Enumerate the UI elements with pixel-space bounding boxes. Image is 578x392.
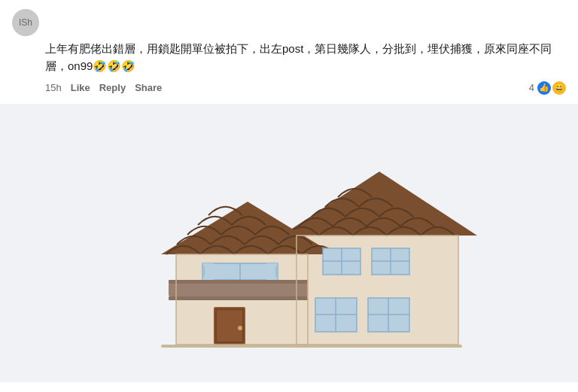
image-container — [0, 104, 578, 382]
svg-point-29 — [238, 326, 242, 330]
avatar: ISh — [12, 9, 39, 36]
svg-rect-27 — [214, 307, 245, 345]
like-button[interactable]: Like — [68, 81, 93, 95]
post-header: ISh — [12, 9, 566, 36]
svg-rect-3 — [169, 283, 308, 296]
house-illustration — [101, 119, 477, 367]
post-time: 15h — [45, 82, 62, 93]
reactions: 4 👍 😄 — [529, 81, 566, 95]
reaction-count: 4 — [529, 82, 534, 93]
share-button[interactable]: Share — [132, 81, 165, 95]
post-actions: 15h Like Reply Share 4 👍 😄 — [45, 81, 566, 95]
post-container: ISh 上年有肥佬出錯層，用鎖匙開單位被拍下，出左post，第日幾隊人，分批到，… — [0, 0, 578, 95]
haha-reaction-icon: 😄 — [552, 81, 566, 95]
post-content: 上年有肥佬出錯層，用鎖匙開單位被拍下，出左post，第日幾隊人，分批到，埋伏捕獲… — [45, 41, 566, 74]
reply-button[interactable]: Reply — [96, 81, 129, 95]
svg-rect-9 — [169, 280, 308, 284]
like-reaction-icon: 👍 — [537, 81, 551, 95]
svg-rect-10 — [169, 296, 308, 300]
